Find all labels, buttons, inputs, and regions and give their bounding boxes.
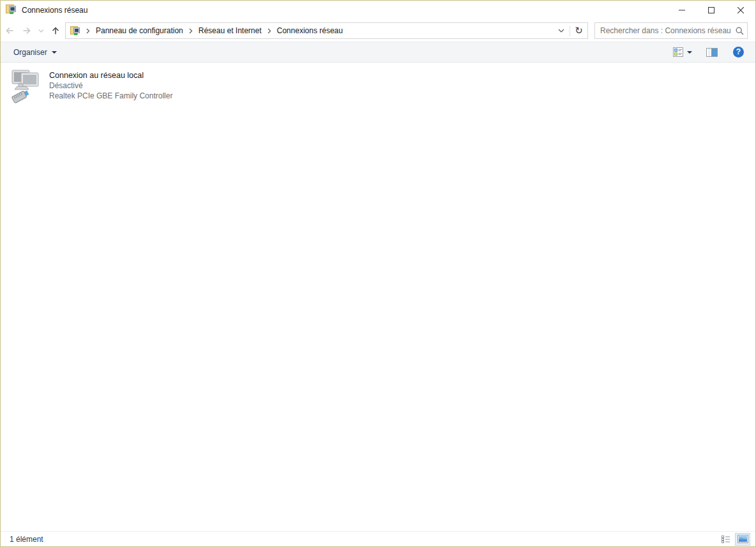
network-connections-icon [70, 26, 80, 36]
details-view-icon [722, 535, 730, 543]
thumbnail-view-icon [737, 535, 748, 543]
breadcrumb-separator-icon[interactable] [83, 28, 93, 34]
chevron-down-icon [52, 51, 57, 54]
recent-locations-button[interactable] [35, 22, 47, 40]
maximize-icon [708, 7, 714, 13]
change-view-button[interactable] [670, 45, 695, 59]
organize-button[interactable]: Organiser [11, 46, 59, 59]
item-count-label: 1 élément [10, 535, 43, 544]
disabled-ethernet-adapter-icon [10, 67, 44, 104]
chevron-down-icon [687, 51, 692, 54]
status-bar: 1 élément [1, 531, 755, 546]
search-input[interactable] [595, 26, 732, 35]
breadcrumb-separator-icon[interactable] [186, 28, 196, 34]
help-button[interactable]: ? [730, 45, 746, 59]
refresh-icon: ↻ [575, 25, 583, 36]
connection-name: Connexion au réseau local [49, 70, 172, 81]
details-view-toggle[interactable] [718, 533, 734, 546]
address-dropdown-button[interactable] [553, 23, 570, 38]
window-title: Connexions réseau [22, 6, 87, 15]
titlebar: Connexions réseau [1, 1, 755, 20]
breadcrumb-separator-icon[interactable] [264, 28, 275, 34]
breadcrumb-item-network-connections[interactable]: Connexions réseau [275, 26, 345, 35]
address-bar[interactable]: Panneau de configuration Réseau et Inter… [65, 22, 588, 39]
organize-label: Organiser [13, 48, 47, 57]
forward-button[interactable] [18, 22, 35, 40]
close-button[interactable] [726, 1, 755, 20]
help-icon: ? [733, 47, 744, 58]
breadcrumb-item-network-internet[interactable]: Réseau et Internet [196, 26, 264, 35]
explorer-window: Connexions réseau [0, 0, 756, 547]
navigation-bar: Panneau de configuration Réseau et Inter… [1, 20, 755, 42]
arrow-up-icon [50, 26, 61, 36]
minimize-icon [679, 7, 685, 13]
titlebar-left: Connexions réseau [1, 1, 667, 20]
preview-pane-icon [706, 48, 718, 57]
chevron-down-icon [38, 29, 44, 33]
back-button[interactable] [1, 22, 18, 40]
views-icon [673, 47, 684, 57]
network-connections-icon [6, 4, 17, 17]
search-icon [736, 27, 744, 35]
connection-device: Realtek PCIe GBE Family Controller [49, 91, 172, 101]
maximize-button[interactable] [697, 1, 726, 20]
file-list-area[interactable]: Connexion au réseau local Désactivé Real… [1, 63, 755, 531]
preview-pane-button[interactable] [704, 46, 720, 59]
search-box [594, 22, 748, 39]
arrow-right-icon [22, 26, 32, 36]
up-button[interactable] [47, 22, 64, 40]
arrow-left-icon [4, 26, 15, 36]
close-icon [737, 7, 744, 13]
window-controls [667, 1, 755, 20]
connection-status: Désactivé [49, 81, 172, 91]
search-button[interactable] [732, 27, 747, 35]
large-icons-view-toggle[interactable] [735, 533, 750, 546]
chevron-down-icon [558, 29, 564, 33]
command-toolbar: Organiser ? [1, 42, 755, 63]
connection-text-block: Connexion au réseau local Désactivé Real… [49, 67, 172, 104]
minimize-button[interactable] [667, 1, 697, 20]
list-item-network-connection[interactable]: Connexion au réseau local Désactivé Real… [8, 66, 219, 105]
breadcrumb-item-control-panel[interactable]: Panneau de configuration [93, 26, 186, 35]
refresh-button[interactable]: ↻ [570, 23, 587, 38]
